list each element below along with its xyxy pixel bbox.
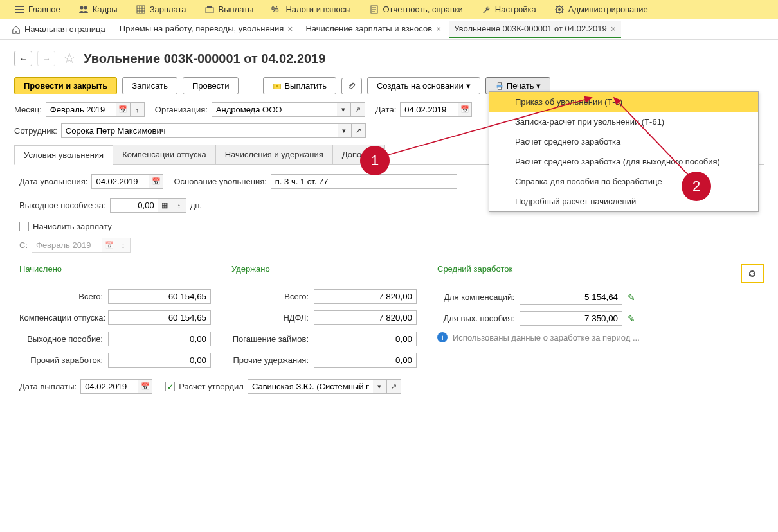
tab-compensations[interactable]: Компенсации отпуска [113,145,216,164]
severance-input[interactable] [110,198,158,213]
menu-zarplata[interactable]: Зарплата [127,0,195,19]
accrued-header: Начислено [19,264,212,274]
reason-input[interactable] [271,174,457,189]
approved-label: Расчет утвердил [179,382,244,391]
dropdown-item-t8[interactable]: Приказ об увольнении (Т-8) [489,92,758,112]
calendar-icon[interactable]: 📅 [149,174,163,189]
dismissal-date-label: Дата увольнения: [19,177,87,186]
pencil-icon[interactable]: ✎ [628,292,635,303]
month-input[interactable] [46,102,116,117]
svg-text:%: % [271,4,279,14]
vacation-comp[interactable] [108,310,211,325]
spinner-icon: ↕ [116,238,131,253]
date-label: Дата: [375,105,396,114]
menu-hamburger[interactable]: Главное [5,0,69,19]
info-text: Использованы данные о заработке за перио… [453,333,640,342]
calendar-icon: 📅 [102,238,116,253]
close-icon[interactable]: × [287,24,293,34]
deducted-total[interactable] [314,289,417,304]
back-button[interactable]: ← [14,51,32,66]
month-label: Месяц: [14,105,42,114]
tab-priem[interactable]: Приемы на работу, переводы, увольнения × [114,21,298,38]
for-sev[interactable] [520,311,622,326]
tab-nachislenie[interactable]: Начисление зарплаты и взносов × [300,21,446,38]
dropdown-item-detailed[interactable]: Подробный расчет начислений [489,191,758,211]
menu-vyplaty[interactable]: Выплаты [195,0,263,19]
date-input[interactable] [400,102,458,117]
org-input[interactable] [212,102,337,117]
info-icon: i [437,332,448,342]
svg-rect-2 [137,6,145,13]
for-comp[interactable] [520,290,622,305]
approved-checkbox[interactable] [165,382,175,391]
post-close-button[interactable]: Провести и закрыть [14,77,117,94]
dropdown-item-avg-sev[interactable]: Расчет среднего заработка (для выходного… [489,152,758,172]
menu-otchetnost[interactable]: Отчетность, справки [360,0,472,19]
pay-date-label: Дата выплаты: [19,382,77,391]
close-icon[interactable]: × [436,24,441,34]
severance-unit: дн. [190,200,202,210]
chevron-down-icon: ▾ [466,81,471,91]
spinner-icon[interactable]: ↕ [131,102,145,117]
chevron-down-icon[interactable]: ▾ [373,379,387,394]
post-button[interactable]: Провести [183,77,239,94]
close-icon[interactable]: × [611,24,616,34]
dismissal-date-input[interactable] [91,174,149,189]
open-icon[interactable]: ↗ [351,102,365,117]
callout-1: 1 [360,146,390,175]
attach-button[interactable] [341,78,362,94]
page-header: ← → ☆ Увольнение 003К-000001 от 04.02.20… [14,50,764,67]
tab-accruals[interactable]: Начисления и удержания [215,145,333,164]
accrue-salary-label: Начислить зарплату [33,222,112,231]
tab-uvolnenie[interactable]: Увольнение 003К-000001 от 04.02.2019 × [449,21,621,38]
home-tab[interactable]: Начальная страница [5,22,112,37]
avg-header: Средний заработок [437,264,512,274]
star-icon[interactable]: ☆ [63,50,76,67]
severance-label: Выходное пособие за: [19,200,106,210]
from-label: С: [19,240,28,250]
chevron-down-icon[interactable]: ▾ [338,123,352,138]
other-income[interactable] [108,353,211,368]
org-label: Организация: [155,105,208,114]
employee-input[interactable] [61,123,338,138]
accrued-total[interactable] [108,289,211,304]
calc-icon[interactable]: ▦ [158,198,172,213]
pencil-icon[interactable]: ✎ [628,314,635,324]
spinner-icon[interactable]: ↕ [172,198,186,213]
create-based-button[interactable]: Создать на основании ▾ [367,77,480,94]
calendar-icon[interactable]: 📅 [116,102,131,117]
loan[interactable] [314,332,417,346]
svg-point-0 [80,6,83,9]
svg-rect-4 [207,6,212,8]
calendar-icon[interactable]: 📅 [458,102,472,117]
ndfl[interactable] [314,310,417,325]
calendar-icon[interactable]: 📅 [138,379,152,394]
menu-nalogi[interactable]: % Налоги и взносы [262,0,359,19]
other-ded[interactable] [314,353,417,368]
refresh-button[interactable] [741,264,764,283]
dropdown-item-avg[interactable]: Расчет среднего заработка [489,132,758,152]
tab-conditions[interactable]: Условия увольнения [14,145,113,165]
open-icon[interactable]: ↗ [387,379,401,394]
toolbar: Провести и закрыть Записать Провести Вып… [14,77,764,94]
dropdown-item-unemployment[interactable]: Справка для пособия по безработице [489,172,758,191]
severance-total[interactable] [108,332,211,346]
top-menu: Главное Кадры Зарплата Выплаты % Налоги … [0,0,778,19]
tabs-bar: Начальная страница Приемы на работу, пер… [0,19,778,40]
dropdown-item-t61[interactable]: Записка-расчет при увольнении (Т-61) [489,112,758,132]
open-icon[interactable]: ↗ [352,123,366,138]
chevron-down-icon[interactable]: ▾ [337,102,351,117]
menu-nastroika[interactable]: Настройка [472,0,545,19]
accrue-salary-checkbox[interactable] [19,222,29,231]
pay-button[interactable]: Выплатить [263,77,336,94]
reason-label: Основание увольнения: [174,177,266,186]
menu-kadry[interactable]: Кадры [69,0,127,19]
approver-input[interactable] [248,379,373,394]
pay-date-input[interactable] [80,379,138,394]
print-dropdown: Приказ об увольнении (Т-8) Записка-расче… [489,91,759,212]
forward-button[interactable]: → [37,51,55,66]
deducted-header: Удержано [231,264,418,274]
save-button[interactable]: Записать [122,77,177,94]
menu-admin[interactable]: Администрирование [545,0,657,19]
svg-rect-12 [498,82,501,85]
